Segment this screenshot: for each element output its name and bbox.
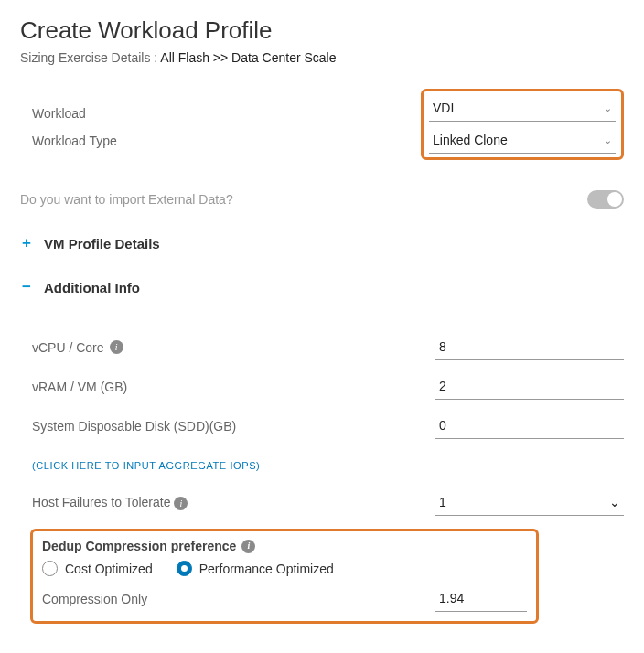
- info-icon[interactable]: i: [242, 540, 255, 553]
- workload-type-select-value: Linked Clone: [433, 133, 508, 147]
- import-toggle[interactable]: [587, 190, 624, 209]
- row-compression-only: Compression Only: [42, 585, 527, 612]
- vram-label: vRAM / VM (GB): [32, 380, 127, 394]
- compression-only-label: Compression Only: [42, 592, 147, 606]
- aggregate-iops-link[interactable]: (CLICK HERE TO INPUT AGGREGATE IOPS): [32, 445, 624, 480]
- import-row: Do you want to import External Data?: [20, 177, 624, 221]
- vram-input[interactable]: [435, 373, 624, 400]
- workload-label: Workload: [32, 106, 117, 121]
- workload-type-label: Workload Type: [32, 134, 117, 148]
- dedup-radio-group: Cost Optimized Performance Optimized: [42, 561, 527, 576]
- highlight-workload-selects: VDI ⌄ Linked Clone ⌄: [421, 89, 624, 160]
- section-vm-profile[interactable]: + VM Profile Details: [20, 221, 624, 265]
- chevron-down-icon: ⌄: [604, 102, 612, 114]
- cost-opt-label: Cost Optimized: [65, 562, 153, 576]
- row-vram: vRAM / VM (GB): [32, 367, 624, 406]
- minus-icon: −: [20, 278, 33, 296]
- section-additional-info[interactable]: − Additional Info: [20, 265, 624, 309]
- radio-cost-optimized[interactable]: Cost Optimized: [42, 561, 153, 576]
- workload-type-select[interactable]: Linked Clone ⌄: [429, 127, 616, 154]
- vm-profile-title: VM Profile Details: [44, 236, 160, 252]
- hft-select[interactable]: 1 ⌄: [435, 489, 624, 516]
- chevron-down-icon: ⌄: [604, 134, 612, 146]
- perf-opt-label: Performance Optimized: [199, 562, 334, 576]
- radio-icon: [42, 561, 58, 576]
- row-sdd: System Disposable Disk (SDD)(GB): [32, 406, 624, 445]
- page-title: Create Workload Profile: [20, 16, 624, 45]
- hft-value: 1: [439, 495, 446, 509]
- hft-label: Host Failures to Tolerate: [32, 495, 170, 509]
- dedup-title: Dedup Compression preference: [42, 539, 236, 553]
- vcpu-label: vCPU / Core: [32, 340, 104, 355]
- breadcrumb-prefix: Sizing Exercise Details :: [20, 50, 160, 65]
- chevron-down-icon: ⌄: [609, 495, 620, 509]
- breadcrumb: Sizing Exercise Details : All Flash >> D…: [20, 50, 624, 65]
- sdd-label: System Disposable Disk (SDD)(GB): [32, 419, 236, 434]
- breadcrumb-path: All Flash >> Data Center Scale: [160, 50, 336, 65]
- row-vcpu: vCPU / Core i: [32, 327, 624, 367]
- info-icon[interactable]: i: [174, 497, 188, 510]
- workload-select[interactable]: VDI ⌄: [429, 95, 616, 122]
- workload-select-value: VDI: [433, 101, 454, 115]
- radio-icon-selected: [177, 561, 192, 576]
- import-label: Do you want to import External Data?: [20, 192, 233, 207]
- radio-performance-optimized[interactable]: Performance Optimized: [177, 561, 334, 576]
- workload-block: Workload Workload Type VDI ⌄ Linked Clon…: [20, 89, 624, 160]
- row-hft: Host Failures to Tolerate i 1 ⌄: [32, 480, 624, 529]
- compression-only-input[interactable]: [435, 585, 527, 612]
- highlight-dedup: Dedup Compression preference i Cost Opti…: [30, 529, 539, 624]
- plus-icon: +: [20, 234, 33, 252]
- info-icon[interactable]: i: [110, 340, 123, 354]
- sdd-input[interactable]: [435, 412, 624, 439]
- vcpu-input[interactable]: [435, 334, 624, 360]
- additional-info-body: vCPU / Core i vRAM / VM (GB) System Disp…: [20, 309, 624, 624]
- additional-info-title: Additional Info: [44, 280, 140, 295]
